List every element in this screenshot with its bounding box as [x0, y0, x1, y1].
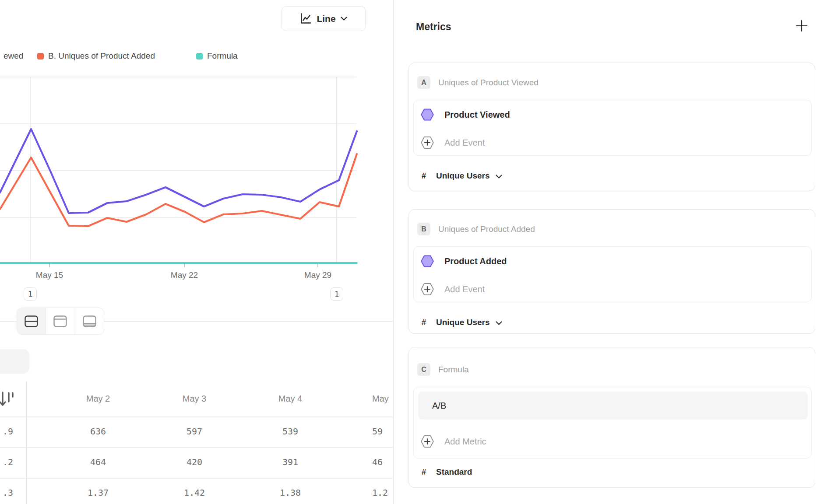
table-cell: 636	[63, 426, 133, 437]
aggregation-label: Unique Users	[436, 171, 502, 181]
formula-type-label: Standard	[436, 467, 472, 477]
table-cell-leftcol-partial: .2	[0, 457, 13, 467]
footer-bottom-icon	[83, 315, 96, 327]
chart-legend: ewed B. Uniques of Product Added Formula	[0, 49, 393, 63]
table-row-separator	[0, 447, 393, 448]
formula-input[interactable]: A/B	[418, 392, 808, 420]
table-row-separator	[0, 478, 393, 479]
formula-type-selector[interactable]: #Standard	[409, 466, 815, 478]
metric-title[interactable]: Formula	[438, 363, 469, 376]
add-event-hexagon-icon	[421, 282, 434, 296]
legend-swatch-orange	[37, 53, 44, 60]
event-hexagon-icon	[421, 255, 434, 267]
x-axis-label: May 22	[171, 270, 198, 280]
table-cell: 597	[159, 426, 229, 437]
event-list: Product ViewedAdd Event	[413, 100, 812, 156]
event-list: Product AddedAdd Event	[413, 246, 812, 302]
layout-option-split[interactable]	[17, 308, 46, 334]
table-cell: 539	[255, 426, 325, 437]
table-cell-leftcol-partial: .9	[0, 426, 13, 437]
aggregation-selector[interactable]: #Unique Users	[409, 316, 815, 329]
layout-option-chart-only[interactable]	[46, 308, 74, 334]
table-column-divider	[26, 382, 27, 504]
metric-letter-badge: C	[417, 363, 430, 376]
layout-option-table-only[interactable]	[75, 308, 104, 334]
chevron-down-icon	[341, 17, 347, 21]
event-row[interactable]: Product Viewed	[414, 108, 811, 121]
hash-icon: #	[422, 172, 426, 181]
layout-toggle-group	[17, 308, 104, 335]
table-cell: 420	[159, 457, 229, 467]
x-axis-label: May 29	[304, 270, 331, 280]
legend-item-a-clipped[interactable]: ewed	[4, 49, 23, 63]
table-cell: 1.38	[255, 487, 325, 498]
chevron-down-icon	[496, 321, 502, 325]
line-chart-icon	[300, 13, 312, 24]
legend-item-formula[interactable]: Formula	[196, 49, 238, 63]
chart-report-region: Line ewed B. Uniques of Product Added Fo…	[0, 0, 393, 504]
series-product-viewed-line[interactable]	[0, 129, 357, 213]
chart-type-button[interactable]: Line	[282, 6, 366, 31]
table-cell: 391	[255, 457, 325, 467]
event-hexagon-icon	[421, 108, 434, 121]
metrics-panel-title: Metrics	[416, 21, 451, 33]
aggregation-label: Unique Users	[436, 318, 502, 327]
line-chart[interactable]: May 15May 22May 29	[0, 70, 393, 284]
chart-type-label: Line	[317, 14, 335, 24]
x-axis-label: May 15	[36, 270, 63, 280]
add-metric-hexagon-icon	[421, 434, 434, 448]
aggregation-selector[interactable]: #Unique Users	[409, 170, 815, 182]
formula-section: A/BAdd Metric	[413, 387, 812, 458]
hash-icon: #	[422, 318, 426, 327]
annotation-count-badge[interactable]: 1	[24, 287, 37, 301]
event-row[interactable]: Product Added	[414, 255, 811, 267]
hash-icon: #	[422, 468, 426, 477]
table-header-may-2[interactable]: May 2	[63, 394, 133, 404]
formula-value: A/B	[432, 392, 446, 420]
table-cell-clipped: 59	[372, 426, 393, 437]
table-cell: 1.42	[159, 487, 229, 498]
metric-title[interactable]: Uniques of Product Added	[438, 223, 535, 235]
table-cell-leftcol-partial: .3	[0, 487, 13, 498]
add-metric-plus-icon[interactable]	[795, 19, 808, 32]
table-cell-clipped: 1.2	[372, 487, 393, 498]
legend-swatch-teal	[196, 53, 203, 60]
add-event-hexagon-icon	[421, 136, 434, 150]
table-tab-button-clipped[interactable]	[0, 349, 29, 374]
metrics-panel: Metrics AUniques of Product ViewedProduc…	[394, 0, 831, 504]
split-horizontal-icon	[25, 315, 38, 327]
metric-card-c: CFormulaA/BAdd Metric#Standard	[408, 347, 815, 488]
annotation-count-badge[interactable]: 1	[330, 287, 343, 301]
table-header-clipped[interactable]: May	[372, 394, 393, 404]
table-header-may-3[interactable]: May 3	[159, 394, 229, 404]
chevron-down-icon	[496, 175, 502, 178]
metric-title[interactable]: Uniques of Product Viewed	[438, 76, 539, 89]
table-cell-clipped: 46	[372, 457, 393, 467]
legend-item-b[interactable]: B. Uniques of Product Added	[37, 49, 155, 63]
metric-letter-badge: A	[417, 76, 430, 89]
add-metric-row[interactable]: Add Metric	[414, 434, 811, 448]
header-top-icon	[53, 315, 67, 327]
series-product-added-line[interactable]	[0, 154, 357, 226]
add-event-row[interactable]: Add Event	[414, 136, 811, 150]
metric-card-b: BUniques of Product AddedProduct AddedAd…	[408, 209, 815, 334]
table-cell: 464	[63, 457, 133, 467]
table-header-may-4[interactable]: May 4	[255, 394, 325, 404]
table-row-separator	[0, 416, 393, 417]
sort-descending-icon[interactable]	[0, 391, 14, 408]
add-event-row[interactable]: Add Event	[414, 282, 811, 296]
metric-letter-badge: B	[417, 223, 430, 235]
table-cell: 1.37	[63, 487, 133, 498]
metric-card-a: AUniques of Product ViewedProduct Viewed…	[408, 63, 815, 191]
